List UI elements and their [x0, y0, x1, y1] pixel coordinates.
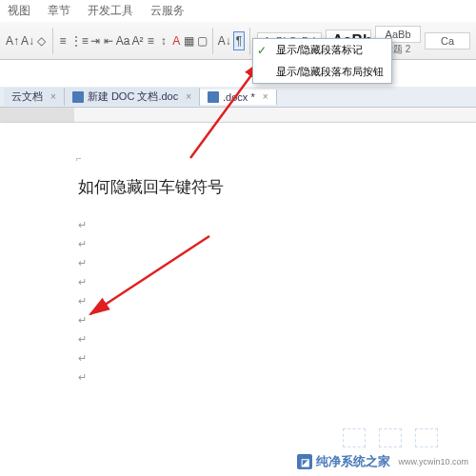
- font-color-icon[interactable]: A: [171, 31, 183, 50]
- tab-active-doc[interactable]: .docx * ×: [200, 89, 276, 105]
- watermark-brand: 纯净系统之家: [316, 453, 390, 470]
- faint-icon: [379, 428, 402, 447]
- paragraph-mark: ↵: [78, 329, 476, 348]
- separator: [52, 28, 53, 54]
- horizontal-ruler[interactable]: [0, 108, 476, 123]
- close-icon[interactable]: ×: [263, 91, 268, 102]
- align-icon[interactable]: ≡: [145, 31, 156, 50]
- tab-label: .docx *: [223, 91, 255, 103]
- paragraph-mark: ↵: [78, 367, 476, 387]
- style-default-chip[interactable]: Ca: [425, 32, 470, 50]
- tab-label: 新建 DOC 文档.doc: [88, 89, 178, 104]
- dropdown-toggle-layout-buttons[interactable]: 显示/隐藏段落布局按钮: [253, 61, 391, 83]
- sort-icon[interactable]: A↓: [218, 31, 231, 50]
- tab-cloud-doc[interactable]: 云文档 ×: [4, 88, 65, 106]
- paragraph-marks-column: ↵ ↵ ↵ ↵ ↵ ↵ ↵ ↵ ↵: [78, 215, 476, 387]
- paragraph-mark: ↵: [78, 291, 476, 310]
- paragraph-mark: ↵: [78, 253, 476, 272]
- tab-new-doc[interactable]: 新建 DOC 文档.doc ×: [65, 88, 200, 106]
- paragraph-mark-icon[interactable]: ¶: [233, 31, 245, 50]
- document-tab-bar: 云文档 × 新建 DOC 文档.doc × .docx * ×: [0, 87, 476, 108]
- paragraph-mark: ↵: [78, 310, 476, 329]
- document-body-text[interactable]: 如何隐藏回车键符号: [78, 176, 476, 198]
- superscript-icon[interactable]: A²: [131, 31, 143, 50]
- ribbon-toolbar: A↑ A↓ ◇ ≡ ⋮≡ ⇥ ⇤ Aa A² ≡ ↕ A ▦ ▢ A↓ ¶ Aa…: [0, 22, 476, 60]
- watermark-url: www.ycwin10.com: [398, 457, 468, 466]
- cursor-indicator: ⌐: [76, 153, 82, 164]
- list-number-icon[interactable]: ⋮≡: [70, 31, 89, 50]
- watermark: ◪ 纯净系统之家 www.ycwin10.com: [297, 453, 468, 470]
- separator: [212, 28, 213, 54]
- font-shrink-icon[interactable]: A↓: [21, 31, 34, 50]
- separator: [249, 28, 250, 54]
- font-grow-icon[interactable]: A↑: [6, 31, 19, 50]
- menu-tab-row: 视图 章节 开发工具 云服务: [0, 0, 476, 22]
- close-icon[interactable]: ×: [186, 91, 191, 102]
- paragraph-mark: ↵: [78, 215, 476, 234]
- doc-icon: [208, 91, 219, 103]
- clear-format-icon[interactable]: ◇: [36, 31, 48, 50]
- shading-icon[interactable]: ▦: [184, 31, 195, 50]
- dropdown-item-label: 显示/隐藏段落标记: [276, 43, 363, 57]
- close-icon[interactable]: ×: [50, 91, 56, 102]
- dropdown-toggle-paragraph-marks[interactable]: ✓ 显示/隐藏段落标记: [253, 39, 391, 61]
- border-icon[interactable]: ▢: [197, 31, 208, 50]
- doc-icon: [72, 91, 84, 103]
- paragraph-mark: ↵: [78, 234, 476, 253]
- faint-icon: [343, 428, 366, 447]
- document-page[interactable]: ⌐ 如何隐藏回车键符号 ↵ ↵ ↵ ↵ ↵ ↵ ↵ ↵ ↵: [0, 123, 476, 476]
- dropdown-item-label: 显示/隐藏段落布局按钮: [276, 65, 384, 79]
- menu-cloud[interactable]: 云服务: [150, 3, 185, 19]
- tab-label: 云文档: [11, 89, 43, 104]
- menu-chapter[interactable]: 章节: [48, 3, 70, 19]
- paragraph-mark: ↵: [78, 272, 476, 291]
- paragraph-mark: ↵: [78, 348, 476, 367]
- linespacing-icon[interactable]: ↕: [158, 31, 169, 50]
- paragraph-mark-dropdown: ✓ 显示/隐藏段落标记 显示/隐藏段落布局按钮: [252, 38, 392, 84]
- indent-icon[interactable]: ⇥: [90, 31, 102, 50]
- faint-icon: [415, 428, 438, 447]
- bottom-faint-icons: [343, 428, 438, 447]
- ruler-margin-shade: [0, 108, 74, 122]
- menu-devtools[interactable]: 开发工具: [88, 3, 133, 19]
- case-icon[interactable]: Aa: [116, 31, 130, 50]
- list-bullet-icon[interactable]: ≡: [57, 31, 69, 50]
- watermark-logo-icon: ◪: [297, 454, 312, 469]
- menu-view[interactable]: 视图: [8, 3, 30, 19]
- check-icon: ✓: [257, 44, 270, 57]
- outdent-icon[interactable]: ⇤: [103, 31, 114, 50]
